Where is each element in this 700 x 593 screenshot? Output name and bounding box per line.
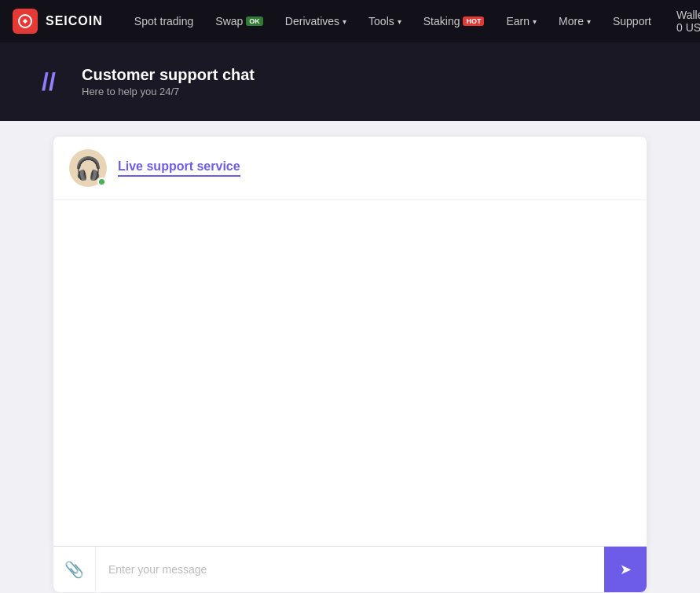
banner-title: Customer support chat [82,66,255,84]
wallet-button[interactable]: Wallet: 0 USD [667,4,700,38]
navbar: SEICOIN Spot trading Swap OK Derivatives… [0,0,700,42]
derivatives-chevron-icon: ▾ [343,17,346,26]
nav-spot-trading[interactable]: Spot trading [125,10,203,32]
banner-icon-wrap: // [31,64,66,99]
chat-container: 🎧 Live support service [53,137,647,546]
nav-swap[interactable]: Swap OK [206,10,273,32]
staking-badge: HOT [463,16,484,26]
nav-more[interactable]: More ▾ [549,10,600,32]
paperclip-icon: 📎 [64,560,84,579]
banner-subtitle: Here to help you 24/7 [82,86,255,97]
banner-slashes-icon: // [42,69,56,94]
swap-badge: OK [246,16,263,26]
message-input[interactable] [96,547,604,592]
chat-header-text: Live support service [118,159,240,177]
nav-staking[interactable]: Staking HOT [414,10,494,32]
send-icon: ➤ [620,561,632,578]
nav-derivatives[interactable]: Derivatives ▾ [276,10,356,32]
agent-avatar-wrap: 🎧 [69,149,107,187]
nav-earn[interactable]: Earn ▾ [497,10,546,32]
more-chevron-icon: ▾ [587,17,591,26]
logo-text: SEICOIN [46,14,103,28]
chat-input-area: 📎 ➤ [53,546,647,592]
online-status-dot [97,178,106,186]
attach-button[interactable]: 📎 [53,547,96,592]
tools-chevron-icon: ▾ [398,17,401,26]
nav-support[interactable]: Support [603,10,661,32]
chat-header: 🎧 Live support service [53,137,647,200]
send-button[interactable]: ➤ [604,547,647,592]
nav-tools[interactable]: Tools ▾ [359,10,411,32]
support-banner: // Customer support chat Here to help yo… [0,42,700,121]
earn-chevron-icon: ▾ [533,17,537,26]
live-support-label: Live support service [118,159,240,177]
logo-icon [13,9,38,34]
banner-text: Customer support chat Here to help you 2… [82,66,255,97]
chat-body [53,200,647,546]
